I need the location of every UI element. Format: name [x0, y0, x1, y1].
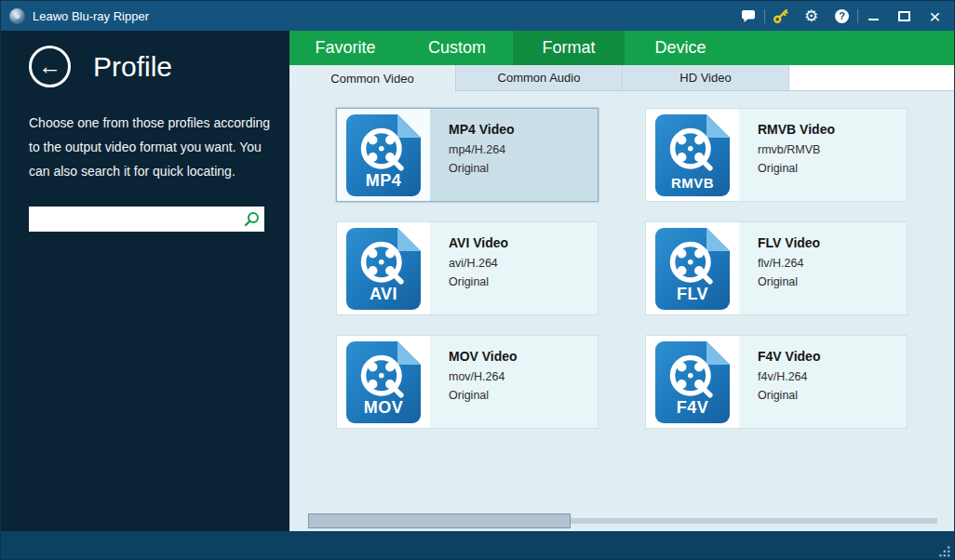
film-reel-icon [354, 234, 411, 292]
tab-device[interactable]: Device [625, 31, 736, 65]
film-reel-icon [663, 234, 720, 292]
profile-quality: Original [758, 275, 907, 288]
tab-format[interactable]: Format [513, 31, 625, 65]
profile-format: rmvb/RMVB [758, 143, 907, 156]
profile-info: AVI Video avi/H.264 Original [430, 222, 598, 314]
profile-name: RMVB Video [758, 122, 907, 137]
film-reel-icon [663, 121, 720, 179]
page-title: Profile [93, 51, 172, 83]
profile-format: f4v/H.264 [758, 370, 907, 383]
settings-button[interactable]: ⚙ [796, 1, 827, 31]
profile-format: avi/H.264 [449, 257, 598, 270]
subtab-common-video[interactable]: Common Video [289, 65, 456, 92]
search-box [29, 207, 264, 232]
key-icon [773, 7, 789, 24]
format-badge: RMVB [655, 175, 730, 191]
subtab-common-audio[interactable]: Common Audio [456, 65, 623, 91]
resize-grip-icon[interactable] [938, 545, 950, 557]
horizontal-scrollbar-thumb[interactable] [308, 513, 571, 528]
format-icon-area: RMVB [646, 109, 739, 201]
format-icon-area: FLV [646, 222, 739, 314]
format-icon-area: MOV [337, 336, 430, 428]
close-icon: × [929, 7, 940, 26]
profile-card-flv[interactable]: FLV FLV Video flv/H.264 Original [645, 221, 908, 315]
profile-description: Choose one from those profiles according… [29, 111, 273, 183]
profile-card-mov[interactable]: MOV MOV Video mov/H.264 Original [336, 335, 599, 429]
search-input[interactable] [29, 207, 243, 232]
profile-format: flv/H.264 [758, 257, 907, 270]
profile-quality: Original [758, 389, 907, 402]
profile-name: MOV Video [449, 349, 598, 364]
profile-name: F4V Video [758, 349, 907, 364]
format-badge: F4V [655, 398, 730, 418]
video-file-icon: RMVB [655, 114, 730, 196]
profile-list-panel: MP4 MP4 Video mp4/H.264 Original [289, 91, 955, 531]
format-badge: MOV [346, 398, 421, 418]
film-reel-icon [354, 121, 411, 179]
close-button[interactable]: × [920, 1, 950, 31]
profile-name: MP4 Video [449, 122, 598, 137]
format-icon-area: AVI [337, 222, 430, 314]
profile-card-rmvb[interactable]: RMVB RMVB Video rmvb/RMVB Original [645, 108, 908, 202]
video-file-icon: MOV [346, 341, 421, 423]
video-file-icon: AVI [346, 228, 421, 310]
profile-info: FLV Video flv/H.264 Original [739, 222, 907, 314]
format-badge: FLV [655, 285, 730, 304]
subtabbar: Common Video Common Audio HD Video [289, 65, 954, 91]
profile-quality: Original [449, 162, 598, 175]
video-file-icon: F4V [655, 341, 730, 423]
video-file-icon: MP4 [346, 114, 421, 196]
profile-info: MOV Video mov/H.264 Original [430, 336, 598, 428]
search-icon [243, 211, 260, 228]
profile-format: mp4/H.264 [449, 143, 598, 156]
titlebar: Leawo Blu-ray Ripper ⚙ [1, 1, 954, 31]
profile-name: AVI Video [449, 235, 598, 250]
gear-icon: ⚙ [804, 8, 818, 24]
format-icon-area: MP4 [337, 109, 430, 201]
titlebar-actions: ⚙ ? × [733, 1, 954, 31]
tab-favorite[interactable]: Favorite [289, 31, 401, 65]
message-icon [741, 9, 757, 23]
message-button[interactable] [733, 1, 764, 31]
format-badge: AVI [346, 285, 421, 304]
help-icon: ? [835, 9, 849, 23]
profile-quality: Original [449, 389, 598, 402]
profile-info: F4V Video f4v/H.264 Original [739, 336, 907, 428]
film-reel-icon [354, 348, 411, 406]
subtab-filler [789, 65, 954, 91]
profile-info: RMVB Video rmvb/RMVB Original [739, 109, 907, 201]
format-badge: MP4 [346, 171, 421, 191]
maximize-button[interactable] [889, 1, 920, 31]
statusbar [1, 531, 954, 560]
profile-quality: Original [758, 162, 907, 175]
maximize-icon [898, 11, 910, 21]
app-window: Leawo Blu-ray Ripper ⚙ [0, 0, 955, 560]
profile-card-avi[interactable]: AVI AVI Video avi/H.264 Original [336, 221, 599, 315]
profile-name: FLV Video [758, 235, 907, 250]
app-disc-icon [9, 8, 25, 24]
sidebar: ← Profile Choose one from those profiles… [1, 31, 289, 531]
window-title: Leawo Blu-ray Ripper [33, 9, 149, 23]
back-arrow-icon: ← [38, 53, 61, 80]
register-button[interactable] [765, 1, 796, 31]
search-button[interactable] [243, 211, 260, 228]
profile-info: MP4 Video mp4/H.264 Original [430, 109, 598, 201]
minimize-button[interactable] [858, 1, 889, 31]
category-tabbar: Favorite Custom Format Device [289, 31, 954, 65]
profile-card-f4v[interactable]: F4V F4V Video f4v/H.264 Original [645, 335, 908, 429]
profile-quality: Original [449, 275, 598, 288]
film-reel-icon [663, 348, 720, 406]
help-button[interactable]: ? [827, 1, 857, 31]
profile-card-mp4[interactable]: MP4 MP4 Video mp4/H.264 Original [336, 108, 599, 202]
back-button[interactable]: ← [29, 46, 71, 87]
tab-custom[interactable]: Custom [401, 31, 513, 65]
profile-grid: MP4 MP4 Video mp4/H.264 Original [336, 108, 908, 429]
format-icon-area: F4V [646, 336, 739, 428]
profile-format: mov/H.264 [449, 370, 598, 383]
minimize-icon [868, 19, 879, 20]
subtab-hd-video[interactable]: HD Video [623, 65, 789, 91]
video-file-icon: FLV [655, 228, 730, 310]
